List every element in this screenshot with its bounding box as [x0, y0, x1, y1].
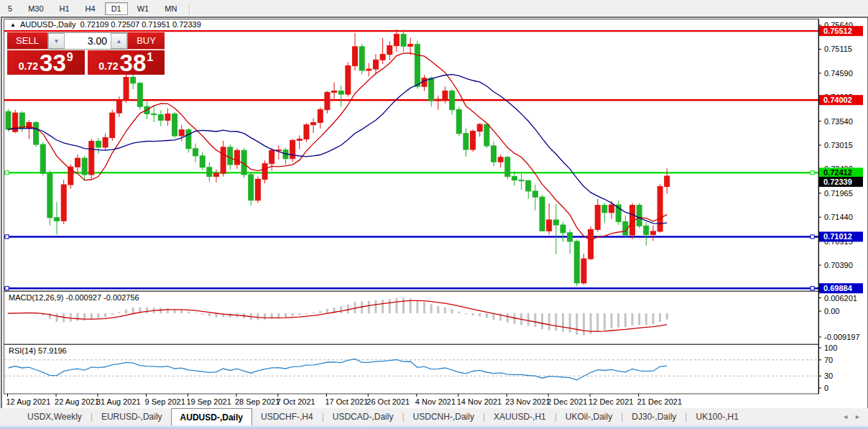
candle — [380, 55, 385, 60]
volume-decrease-icon[interactable]: ▼ — [48, 33, 65, 49]
candle — [103, 138, 108, 147]
rsi-panel[interactable] — [4, 345, 819, 395]
timeframe-button-mn[interactable]: MN — [158, 2, 183, 15]
candle — [214, 173, 219, 176]
macd-bar — [347, 305, 349, 313]
candle — [27, 123, 32, 129]
chart-tab-usdx-weekly[interactable]: USDX,Weekly — [19, 408, 91, 425]
macd-tick-label: -0.009197 — [824, 333, 860, 341]
price-tick-label: 0.73015 — [824, 141, 853, 149]
candle — [532, 191, 537, 197]
rsi-tick-label: 100 — [824, 343, 837, 352]
chart-tab-usdcnh-daily[interactable]: USDCNH-,Daily — [405, 408, 483, 425]
rsi-label: RSI(14) 57.9196 — [9, 346, 67, 355]
timeframe-button-m30[interactable]: M30 — [22, 2, 50, 15]
price-badge-label: 0.74002 — [823, 96, 852, 104]
time-tick-label: 22 Aug 2021 — [55, 397, 99, 406]
macd-bar — [416, 300, 418, 313]
buy-button[interactable]: BUY — [128, 32, 165, 50]
macd-bar — [180, 310, 183, 313]
candle — [338, 91, 343, 94]
candle — [560, 225, 565, 233]
candle — [588, 229, 594, 259]
sell-button[interactable]: SELL — [7, 32, 47, 50]
price-badge-label: 0.72339 — [823, 177, 852, 186]
candle — [311, 123, 316, 125]
chart-tab-eurusd-daily[interactable]: EURUSD-,Daily — [93, 408, 171, 425]
macd-bar — [313, 313, 315, 313]
macd-bar — [277, 313, 280, 318]
candle — [47, 173, 52, 218]
price-badge-label: 0.72412 — [823, 168, 852, 177]
chart-tab-xauusd-h1[interactable]: XAUUSD-,H1 — [485, 408, 555, 425]
chart-tab-ukoil-daily[interactable]: UKOil-,Daily — [557, 408, 621, 425]
macd-bar — [596, 313, 599, 332]
candle — [519, 180, 524, 181]
time-tick-label: 14 Nov 2021 — [457, 397, 502, 406]
price-tick-label: 0.73540 — [824, 117, 853, 126]
macd-bar — [402, 298, 405, 313]
macd-bar — [486, 313, 488, 318]
macd-bar — [208, 313, 211, 316]
candle — [96, 142, 101, 147]
timeframe-toolbar: 5M30H1H4D1W1MN — [0, 0, 868, 17]
price-tick-label: 0.70390 — [824, 261, 853, 269]
time-axis[interactable]: 12 Aug 202122 Aug 202131 Aug 20219 Sep 2… — [6, 394, 683, 406]
chart-tab-audusd-daily[interactable]: AUDUSD-,Daily — [171, 408, 252, 425]
volume-field[interactable]: 3.00 — [65, 33, 111, 49]
line-handle-left[interactable] — [5, 235, 9, 239]
candle — [471, 132, 476, 149]
time-tick-label: 4 Nov 2021 — [415, 397, 456, 406]
line-handle-right[interactable] — [811, 171, 814, 175]
chart-tab-usdcad-daily[interactable]: USDCAD-,Daily — [324, 408, 402, 425]
rsi-axis[interactable]: 10070300 — [818, 343, 837, 392]
buy-price-button[interactable]: 0.72 38 1 — [88, 50, 165, 75]
candle — [498, 157, 503, 162]
macd-bar — [125, 310, 127, 313]
tab-scroll-right-icon[interactable]: ► — [854, 413, 861, 420]
candle — [359, 47, 364, 70]
sell-price-button[interactable]: 0.72 33 9 — [7, 50, 85, 75]
chart-tab-uk100-h1[interactable]: UK100-,H1 — [687, 408, 747, 425]
price-badges: 0.755120.740020.724120.710120.698840.723… — [819, 26, 863, 293]
candle — [456, 110, 461, 134]
timeframe-button-h4[interactable]: H4 — [79, 2, 102, 15]
timeframe-button-d1[interactable]: D1 — [105, 2, 128, 15]
line-handle-left[interactable] — [5, 171, 9, 175]
chart-tab-dj30-daily[interactable]: DJ30-,Daily — [623, 408, 685, 425]
line-handle-right[interactable] — [811, 235, 814, 239]
candle — [574, 241, 579, 283]
candle — [200, 156, 205, 167]
time-tick-label: 26 Oct 2021 — [366, 397, 410, 406]
timeframe-button-5[interactable]: 5 — [1, 2, 19, 15]
macd-bar — [507, 313, 509, 323]
volume-increase-icon[interactable]: ▲ — [111, 33, 127, 49]
candle — [387, 46, 392, 55]
price-tick-label: 0.71440 — [824, 213, 853, 221]
macd-bar — [216, 313, 218, 318]
chart-canvas[interactable]: 0.756400.751150.745900.740650.735400.730… — [2, 18, 864, 407]
tab-scroll-arrows: ◄► — [842, 408, 868, 425]
chart-tab-usdchf-h4[interactable]: USDCHF-,H4 — [252, 408, 322, 425]
candle — [137, 83, 142, 106]
sell-price-big: 33 — [40, 52, 66, 74]
macd-axis[interactable]: 0.0062010.00-0.009197 — [818, 294, 860, 342]
macd-bar — [111, 313, 114, 315]
line-handle-left[interactable] — [5, 287, 9, 290]
time-tick-label: 21 Dec 2021 — [637, 397, 682, 406]
candle — [152, 114, 157, 114]
candle — [318, 110, 323, 123]
macd-bar — [70, 313, 72, 322]
rsi-tick-label: 30 — [824, 372, 833, 380]
macd-bar — [118, 313, 120, 313]
macd-bar — [395, 298, 397, 313]
tab-scroll-left-icon[interactable]: ◄ — [842, 413, 849, 420]
timeframe-button-w1[interactable]: W1 — [131, 2, 156, 15]
sell-price-pip: 9 — [67, 51, 73, 64]
candle — [61, 185, 66, 221]
time-tick-label: 28 Sep 2021 — [235, 397, 280, 406]
macd-bar — [195, 313, 197, 313]
line-handle-right[interactable] — [811, 287, 814, 290]
timeframe-button-h1[interactable]: H1 — [53, 2, 76, 15]
candle — [637, 206, 642, 226]
